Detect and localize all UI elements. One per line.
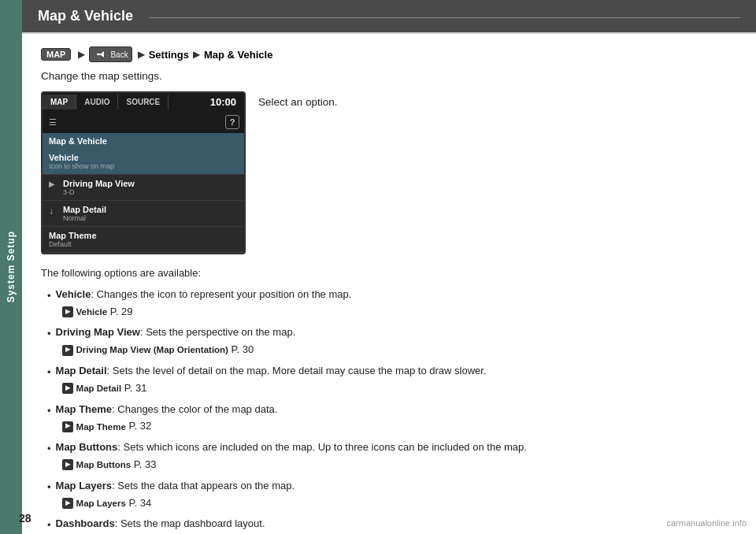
ref-layers[interactable]: ▶ Map Layers P. 34: [62, 495, 737, 512]
screen-tabs-row: MAP AUDIO SOURCE 10:00: [43, 93, 244, 111]
ref-driving-label: Driving Map View (Map Orientation): [76, 343, 228, 357]
screen-item-detail-sub: Normal: [63, 214, 238, 222]
option-theme-text: : Changes the color of the map data.: [112, 403, 277, 415]
select-option-text: Select an option.: [258, 91, 338, 254]
bullet-driving: •: [47, 326, 51, 343]
breadcrumb-arrow-3: ▶: [193, 49, 200, 60]
bullet-theme: •: [47, 403, 51, 420]
screen-time: 10:00: [202, 93, 244, 111]
watermark: carmanualonline.info: [666, 518, 747, 528]
back-label: Back: [110, 50, 128, 59]
ref-icon-detail: ▶: [62, 383, 73, 394]
option-layers: • Map Layers: Sets the data that appears…: [41, 478, 737, 514]
screen-tab-audio[interactable]: AUDIO: [76, 95, 118, 109]
ref-driving[interactable]: ▶ Driving Map View (Map Orientation) P. …: [62, 342, 737, 358]
screen-item-vehicle-sub: Icon to show on map: [49, 162, 238, 170]
breadcrumb: MAP ▶ Back ▶ Settings ▶ Map & Vehicle: [41, 46, 737, 62]
ref-theme-page: P. 32: [128, 418, 151, 435]
screen-mockup: MAP AUDIO SOURCE 10:00 ☰ ? Map & Vehicle…: [41, 91, 246, 254]
content-area: MAP ▶ Back ▶ Settings ▶ Map & Vehicle Ch…: [22, 34, 756, 534]
ref-buttons-page: P. 33: [134, 457, 157, 473]
breadcrumb-arrow-2: ▶: [138, 49, 145, 60]
option-driving: • Driving Map View: Sets the perspective…: [41, 324, 737, 360]
back-button[interactable]: Back: [89, 46, 132, 62]
option-theme-title: Map Theme: [56, 403, 113, 415]
page-header: Map & Vehicle: [22, 0, 756, 34]
options-intro: The following options are available:: [41, 265, 737, 282]
ref-theme[interactable]: ▶ Map Theme P. 32: [62, 418, 737, 435]
option-layers-title: Map Layers: [56, 480, 113, 491]
ref-vehicle-page: P. 29: [110, 304, 133, 321]
breadcrumb-step1: Settings: [149, 49, 189, 61]
page-number: 28: [19, 512, 32, 525]
sidebar-label: System Setup: [6, 231, 17, 302]
svg-rect-2: [97, 54, 103, 55]
scroll-down-icon: ↓: [49, 206, 60, 217]
option-detail-title: Map Detail: [56, 365, 107, 376]
ref-theme-label: Map Theme: [76, 420, 126, 434]
option-dashboards-title: Dashboards: [56, 517, 115, 529]
screen-menu-icon: ☰: [43, 117, 57, 128]
screen-tab-source[interactable]: SOURCE: [118, 95, 169, 109]
screen-menu-item-theme[interactable]: Map Theme Default: [43, 227, 244, 253]
back-icon: [93, 48, 109, 61]
ref-detail-label: Map Detail: [76, 381, 122, 395]
screen-tab-map[interactable]: MAP: [43, 95, 76, 109]
bullet-vehicle: •: [47, 288, 51, 305]
ref-detail[interactable]: ▶ Map Detail P. 31: [62, 380, 737, 397]
two-column-layout: MAP AUDIO SOURCE 10:00 ☰ ? Map & Vehicle…: [41, 91, 737, 254]
option-buttons-title: Map Buttons: [56, 441, 118, 453]
bullet-buttons: •: [47, 441, 51, 458]
option-detail: • Map Detail: Sets the level of detail o…: [41, 363, 737, 399]
page-title: Map & Vehicle: [38, 8, 133, 24]
ref-layers-page: P. 34: [128, 495, 151, 512]
ref-driving-page: P. 30: [232, 342, 254, 358]
sidebar: System Setup: [0, 0, 22, 534]
screen-item-theme-title: Map Theme: [49, 231, 238, 240]
bullet-layers: •: [47, 480, 51, 496]
option-layers-text: : Sets the data that appears on the map.: [112, 480, 295, 491]
screen-item-theme-sub: Default: [49, 240, 238, 248]
screen-menu-item-vehicle[interactable]: Vehicle Icon to show on map: [43, 149, 244, 175]
option-dashboards-text: : Sets the map dashboard layout.: [115, 517, 265, 529]
ref-vehicle[interactable]: ▶ Vehicle P. 29: [62, 304, 737, 321]
screen-menu-item-driving[interactable]: ▶ Driving Map View 3-D: [43, 175, 244, 201]
screen-item-driving-sub: 3-D: [63, 188, 238, 196]
option-driving-title: Driving Map View: [56, 326, 140, 338]
screen-item-detail-title: Map Detail: [63, 205, 238, 214]
option-vehicle-title: Vehicle: [56, 288, 91, 300]
screen-menu-header: Map & Vehicle: [43, 133, 244, 149]
screen-menu-item-detail[interactable]: ↓ Map Detail Normal: [43, 201, 244, 227]
ref-buttons-label: Map Buttons: [76, 458, 132, 472]
ref-icon-layers: ▶: [62, 498, 73, 509]
option-vehicle: • Vehicle: Changes the icon to represent…: [41, 287, 737, 322]
ref-detail-page: P. 31: [124, 380, 147, 397]
screen-item-driving-title: Driving Map View: [63, 179, 238, 188]
screen-help-button[interactable]: ?: [225, 115, 239, 129]
header-divider: [149, 17, 740, 18]
ref-icon-driving: ▶: [62, 345, 73, 356]
option-buttons-text: : Sets which icons are included on the m…: [117, 441, 527, 453]
ref-icon-vehicle: ▶: [62, 306, 73, 317]
intro-text: Change the map settings.: [41, 70, 737, 82]
option-buttons: • Map Buttons: Sets which icons are incl…: [41, 439, 737, 475]
option-driving-text: : Sets the perspective on the map.: [140, 326, 295, 338]
ref-buttons[interactable]: ▶ Map Buttons P. 33: [62, 457, 737, 473]
screen-item-vehicle-title: Vehicle: [49, 153, 238, 162]
driving-chevron-icon: ▶: [49, 180, 60, 188]
ref-vehicle-label: Vehicle: [76, 305, 108, 319]
option-detail-text: : Sets the level of detail on the map. M…: [107, 365, 487, 376]
breadcrumb-step2: Map & Vehicle: [204, 49, 272, 61]
options-list: The following options are available: • V…: [41, 265, 737, 534]
option-dashboards: • Dashboards: Sets the map dashboard lay…: [41, 516, 737, 534]
bullet-dashboards: •: [47, 517, 51, 534]
option-theme: • Map Theme: Changes the color of the ma…: [41, 402, 737, 437]
map-button[interactable]: MAP: [41, 48, 71, 61]
breadcrumb-arrow-1: ▶: [78, 49, 85, 60]
main-content: Map & Vehicle MAP ▶ Back ▶ Settings ▶ Ma…: [22, 0, 756, 534]
ref-layers-label: Map Layers: [76, 496, 126, 510]
option-vehicle-text: : Changes the icon to represent your pos…: [91, 288, 351, 300]
bullet-detail: •: [47, 365, 51, 381]
ref-icon-theme: ▶: [62, 421, 73, 432]
ref-icon-buttons: ▶: [62, 459, 73, 470]
